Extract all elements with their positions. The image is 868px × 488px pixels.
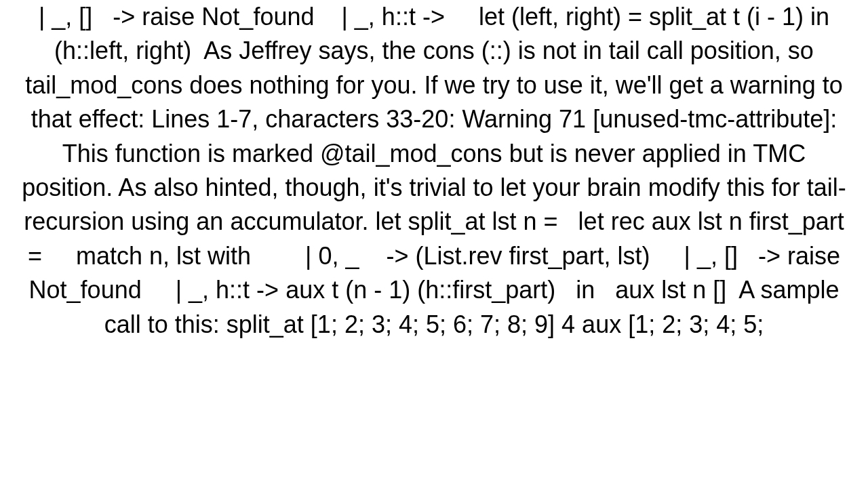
document-body: | _, [] -> raise Not_found | _, h::t -> … [7, 0, 861, 342]
